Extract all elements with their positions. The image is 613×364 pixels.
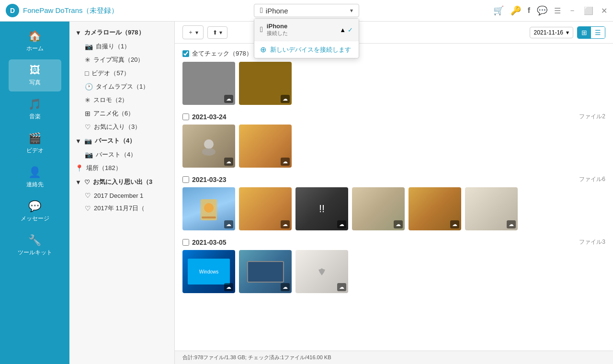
cloud-badge: ☁ (281, 283, 290, 291)
photo-thumb[interactable]: ☁ (409, 187, 461, 230)
sidebar-item-video[interactable]: 🎬 ビデオ (9, 127, 61, 159)
tree-item-live[interactable]: ✳ ライブ写真（20） (69, 53, 174, 67)
menu-icon[interactable]: ☰ (554, 6, 561, 15)
photo-thumb[interactable]: ☁ (182, 62, 235, 105)
date-section-checkbox[interactable] (182, 239, 189, 246)
dropdown-apple-icon:  (260, 25, 263, 34)
tree-item-location[interactable]: 📍 場所（182） (69, 161, 174, 175)
label-2017-dec: 2017 December 1 (94, 192, 143, 199)
photo-thumb[interactable]: ☁ (239, 250, 292, 293)
selfie-icon: 📷 (85, 43, 93, 50)
sidebar: 🏠 ホーム 🖼 写真 🎵 音楽 🎬 ビデオ 👤 連絡先 💬 メッセージ 🔧 ツー… (0, 22, 69, 364)
burst-child-label: バースト（4） (96, 150, 136, 159)
photo-thumb[interactable]: ☁ (465, 187, 518, 230)
date-label: 2021-03-24 (192, 113, 227, 121)
date-section-2021-03-23: 2021-03-23 ファイル6 ☁ ☁ (182, 175, 605, 230)
photo-thumb[interactable]: ☁ (239, 125, 292, 168)
export-button[interactable]: ⬆ ▾ (207, 26, 227, 39)
tree-item-selfie[interactable]: 📷 自撮り（1） (69, 40, 174, 53)
check-all-label: 全てチェック（978） (192, 49, 252, 58)
cart-icon[interactable]: 🛒 (493, 5, 504, 16)
photo-thumb[interactable]: ☁ (182, 187, 235, 230)
minimize-button[interactable]: － (568, 6, 576, 16)
tree-item-2017-dec[interactable]: ♡ 2017 December 1 (69, 189, 174, 202)
photo-thumb[interactable]: ☁ (182, 125, 235, 168)
live-label: ライブ写真（20） (93, 56, 144, 64)
location-label: 場所（182） (86, 164, 122, 172)
file-count: ファイル2 (579, 113, 605, 121)
list-view-button[interactable]: ☰ (591, 27, 605, 38)
favorites-icon: ♡ (85, 123, 91, 131)
cloud-badge: ☁ (224, 158, 233, 166)
sidebar-item-toolkit[interactable]: 🔧 ツールキット (9, 229, 61, 262)
device-selector[interactable]:  iPhone ▾ (254, 4, 359, 17)
tree-item-timelapse[interactable]: 🕐 タイムラプス（1） (69, 80, 174, 93)
burst-arrow: ▼ (75, 137, 81, 145)
photo-row: Windows ☁ ☁ ☁ (182, 250, 605, 293)
sidebar-item-contacts[interactable]: 👤 連絡先 (9, 161, 61, 193)
main-layout: 🏠 ホーム 🖼 写真 🎵 音楽 🎬 ビデオ 👤 連絡先 💬 メッセージ 🔧 ツー… (0, 22, 613, 364)
sidebar-item-home[interactable]: 🏠 ホーム (9, 25, 61, 57)
dropdown-item-name: iPhone (267, 23, 336, 30)
burst-label: バースト（4） (95, 136, 136, 145)
contacts-icon: 👤 (28, 166, 41, 179)
cloud-badge: ☁ (507, 220, 516, 228)
photo-thumb[interactable]: ☁ (352, 187, 405, 230)
date-section-checkbox[interactable] (182, 114, 189, 120)
dropdown-iphone-item[interactable]:  iPhone 接続した ▲ ✓ (254, 19, 359, 41)
photo-thumb[interactable]: Windows ☁ (182, 250, 235, 293)
chevron-down-icon: ▾ (350, 7, 353, 14)
grid-view-button[interactable]: ⊞ (578, 27, 591, 38)
video-label: ビデオ（57） (91, 69, 129, 78)
key-icon[interactable]: 🔑 (511, 5, 521, 16)
date-header-left: 2021-03-05 (182, 239, 227, 246)
close-button[interactable]: ✕ (601, 6, 607, 15)
camera-roll-group[interactable]: ▼ カメラロール（978） (69, 25, 174, 40)
restore-button[interactable]: ⬜ (584, 6, 593, 15)
photo-thumb[interactable]: ☁ (295, 250, 348, 293)
sidebar-item-music[interactable]: 🎵 音楽 (9, 93, 61, 125)
titlebar: D FonePaw DoTrans（未登録）  iPhone ▾  iPho… (0, 0, 613, 22)
device-dropdown:  iPhone 接続した ▲ ✓ ⊕ 新しいデバイスを接続します (254, 18, 359, 58)
check-all-checkbox[interactable] (182, 50, 189, 57)
device-selector-wrapper:  iPhone ▾  iPhone 接続した ▲ ✓ ⊕ 新しいデバイスを接… (254, 4, 359, 17)
check-icon: ✓ (348, 26, 353, 34)
cloud-badge: ☁ (224, 283, 233, 291)
dropdown-connect-item[interactable]: ⊕ 新しいデバイスを接続します (254, 41, 359, 58)
top-photos-row: ☁ ☁ (182, 62, 605, 105)
svg-point-1 (202, 148, 216, 156)
selfie-label: 自撮り（1） (96, 42, 130, 51)
photo-thumb[interactable]: ☁ (239, 62, 292, 105)
tree-item-slomo[interactable]: ✳ スロモ（2） (69, 93, 174, 107)
add-button[interactable]: ＋ ▾ (182, 25, 204, 39)
camera-roll-label: カメラロール（978） (84, 28, 145, 37)
tree-item-video[interactable]: □ ビデオ（57） (69, 67, 174, 80)
burst-group[interactable]: ▼ 📷 バースト（4） (69, 134, 174, 148)
photos-icon: 🖼 (30, 64, 40, 77)
status-bar: 合計:978ファイル/1.38 GB; チェック済み:1ファイル/416.00 … (175, 351, 613, 364)
cloud-badge: ☁ (337, 220, 346, 228)
cloud-badge: ☁ (224, 220, 233, 228)
date-section-checkbox[interactable] (182, 176, 189, 183)
live-icon: ✳ (85, 56, 91, 64)
date-picker[interactable]: 2021-11-16 ▾ (530, 27, 573, 38)
slomo-icon: ✳ (85, 96, 91, 104)
messages-icon: 💬 (28, 200, 41, 213)
svg-point-3 (204, 203, 214, 213)
photo-thumb[interactable]: !! ☁ (295, 187, 348, 230)
tree-item-burst[interactable]: 📷 バースト（4） (69, 148, 174, 161)
sidebar-item-photos[interactable]: 🖼 写真 (9, 59, 61, 91)
tree-item-favorites[interactable]: ♡ お気に入り（3） (69, 120, 174, 134)
date-header: 2021-03-24 ファイル2 (182, 113, 605, 121)
chat-icon[interactable]: 💬 (537, 5, 547, 16)
check-all-row: 全てチェック（978） (182, 49, 605, 58)
tree-item-2017-nov[interactable]: ♡ 2017年 11月7日（ (69, 202, 174, 215)
video-tree-icon: □ (85, 69, 89, 77)
label-2017-nov: 2017年 11月7日（ (94, 204, 145, 213)
photo-thumb[interactable]: ☁ (239, 187, 292, 230)
tree-item-animated[interactable]: ⊞ アニメ化（6） (69, 107, 174, 120)
facebook-icon[interactable]: f (528, 6, 530, 15)
sidebar-item-messages[interactable]: 💬 メッセージ (9, 195, 61, 228)
toolbar: ＋ ▾ ⬆ ▾ 2021-11-16 ▾ ⊞ ☰ (175, 22, 613, 44)
favorites-memories-group[interactable]: ▼ ♡ お気に入り思い出（3 (69, 175, 174, 189)
